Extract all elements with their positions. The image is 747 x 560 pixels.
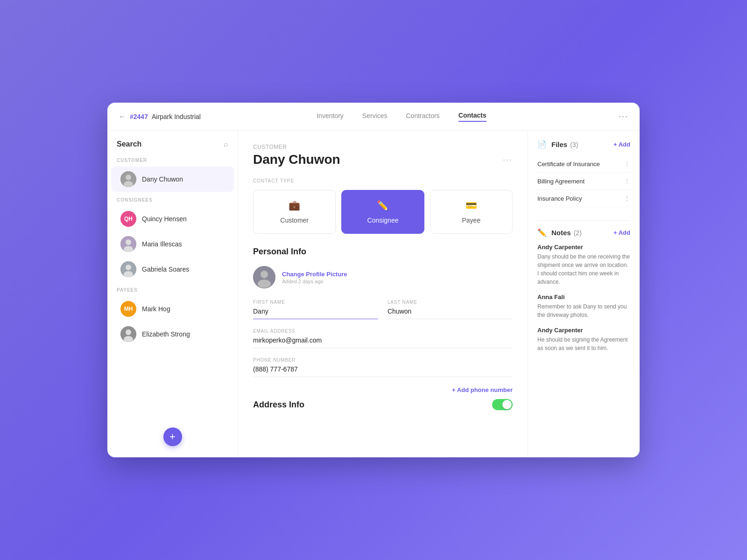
files-title-group: 📄 Files (3) [537,140,578,149]
avatar-dany [120,171,136,187]
contact-header: Dany Chuwon ··· [253,152,513,167]
type-card-consignee[interactable]: ✏️ Consignee [341,190,424,234]
header-more-menu[interactable]: ··· [619,112,628,121]
type-card-payee[interactable]: 💳 Payee [430,190,513,234]
add-phone-button[interactable]: + Add phone number [253,386,513,393]
sidebar: Search ⌕ Customer Dany Chuwon Consignees… [107,131,238,457]
nav-services[interactable]: Services [362,112,388,121]
file-name-2: Insurance Policy [537,195,582,202]
center-panel: Customer Dany Chuwon ··· Contact Type 💼 … [238,131,528,457]
consignee-icon: ✏️ [377,200,388,211]
nav-inventory[interactable]: Inventory [317,112,344,121]
sidebar-item-quincy[interactable]: QH Quincy Hensen [111,206,234,231]
back-button[interactable]: ← [119,112,126,121]
contact-name-dany: Dany Chuwon [142,175,183,183]
customer-section-label: Customer [107,158,238,167]
file-name-1: Billing Agreement [537,178,585,185]
note-item-2: Andy Carpenter He should be signing the … [537,327,630,352]
header-right: ··· [600,112,628,121]
app-window: ← #2447 Airpark Industrial Inventory Ser… [107,103,640,457]
type-label-consignee: Consignee [367,217,399,224]
contact-name-quincy: Quincy Hensen [142,215,187,223]
record-name: Airpark Industrial [152,113,201,120]
type-label-customer: Customer [280,217,309,224]
right-panel: 📄 Files (3) + Add Certificate of Insuran… [528,131,640,457]
file-dots-2[interactable]: ⋮ [624,195,630,202]
consignees-section-label: Consignees [107,197,238,206]
svg-point-1 [126,175,131,180]
first-name-field: First Name Dany [253,300,378,319]
svg-point-10 [126,329,131,335]
phone-value[interactable]: (888) 777-6787 [253,365,513,377]
files-section: 📄 Files (3) + Add Certificate of Insuran… [537,140,630,207]
name-row: First Name Dany Last Name Chuwon [253,300,513,319]
note-text-1: Remember to ask Dany to send you the dri… [537,302,630,319]
files-title: Files [551,140,567,148]
contact-more-menu[interactable]: ··· [503,155,513,165]
notes-count: (2) [574,229,582,237]
file-item-2: Insurance Policy ⋮ [537,190,630,207]
notes-add-button[interactable]: + Add [613,229,630,236]
note-author-1: Anna Fali [537,294,630,301]
last-name-label: Last Name [388,300,513,305]
note-item-0: Andy Carpenter Dany should be the one re… [537,244,630,286]
svg-point-13 [261,271,268,278]
email-row: Email Address mirkoperko@gmail.com [253,329,513,348]
files-list: Certificate of Insurance ⋮ Billing Agree… [537,155,630,207]
contact-type-section-heading: Contact Type [253,178,513,183]
nav-contractors[interactable]: Contractors [406,112,440,121]
files-add-button[interactable]: + Add [613,141,630,148]
email-field: Email Address mirkoperko@gmail.com [253,329,513,348]
contact-type-row: 💼 Customer ✏️ Consignee 💳 Payee [253,190,513,234]
email-label: Email Address [253,329,513,334]
payees-section-label: Payees [107,287,238,296]
phone-label: Phone Number [253,357,513,363]
nav-contacts[interactable]: Contacts [458,112,486,122]
svg-point-14 [258,280,271,288]
svg-point-4 [126,239,131,245]
contact-title: Dany Chuwon [253,152,340,167]
note-author-2: Andy Carpenter [537,327,630,334]
file-dots-1[interactable]: ⋮ [624,177,630,185]
notes-title: Notes [551,229,571,237]
note-text-0: Dany should be the one receiving the shi… [537,252,630,286]
first-name-value[interactable]: Dany [253,308,378,319]
phone-field: Phone Number (888) 777-6787 [253,357,513,377]
main-content: Search ⌕ Customer Dany Chuwon Consignees… [107,131,640,457]
header-left: ← #2447 Airpark Industrial [119,112,203,121]
sidebar-item-mark[interactable]: MH Mark Hog [111,296,234,322]
customer-icon: 💼 [289,200,300,211]
sidebar-item-maria[interactable]: Maria Illescas [111,231,234,257]
add-contact-button[interactable]: + [163,427,182,446]
last-name-value[interactable]: Chuwon [388,308,513,319]
search-label: Search [117,140,224,148]
search-icon[interactable]: ⌕ [224,140,228,148]
sidebar-item-dany[interactable]: Dany Chuwon [111,167,234,192]
file-dots-0[interactable]: ⋮ [624,160,630,168]
avatar-elizabeth [120,326,136,342]
address-row: Address Info [253,399,513,410]
notes-icon: ✏️ [537,228,547,237]
profile-avatar [253,266,275,288]
record-id: #2447 [130,113,148,120]
svg-point-7 [126,265,131,270]
notes-section: ✏️ Notes (2) + Add Andy Carpenter Dany s… [537,228,630,352]
file-name-0: Certificate of Insurance [537,161,600,168]
files-count: (3) [570,141,578,148]
sidebar-item-gabriela[interactable]: Gabriela Soares [111,257,234,282]
first-name-label: First Name [253,300,378,305]
change-profile-picture-link[interactable]: Change Profile Picture [282,271,347,278]
note-author-0: Andy Carpenter [537,244,630,251]
phone-row: Phone Number (888) 777-6787 [253,357,513,377]
address-toggle[interactable] [492,399,513,410]
sidebar-item-elizabeth[interactable]: Elizabeth Strong [111,322,234,347]
type-card-customer[interactable]: 💼 Customer [253,190,336,234]
profile-pic-info: Change Profile Picture Added 2 days ago [282,271,347,284]
contact-name-gabriela: Gabriela Soares [142,266,189,273]
email-value[interactable]: mirkoperko@gmail.com [253,336,513,348]
note-item-1: Anna Fali Remember to ask Dany to send y… [537,294,630,319]
contact-name-mark: Mark Hog [142,305,170,313]
contact-name-elizabeth: Elizabeth Strong [142,330,190,338]
file-item-1: Billing Agreement ⋮ [537,173,630,190]
notes-title-group: ✏️ Notes (2) [537,228,582,237]
